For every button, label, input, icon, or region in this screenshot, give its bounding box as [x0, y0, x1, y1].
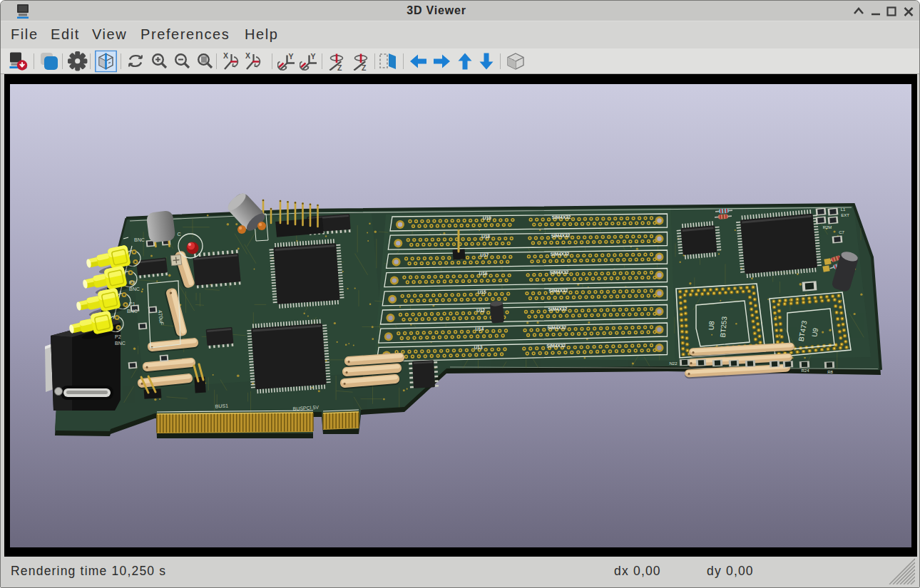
svg-text:BNC: BNC	[127, 309, 138, 314]
svg-text:SIM4X32: SIM4X32	[551, 232, 570, 238]
svg-text:U15: U15	[478, 289, 486, 294]
svg-text:SIM4X32: SIM4X32	[548, 288, 568, 294]
svg-text:P2: P2	[115, 334, 121, 339]
svg-text:SIM4X32: SIM4X32	[548, 306, 567, 312]
svg-text:R2M: R2M	[823, 225, 832, 229]
svg-text:BNC: BNC	[115, 341, 126, 346]
svg-text:U13: U13	[474, 345, 482, 350]
svg-text:U8: U8	[707, 320, 715, 330]
svg-text:N22: N22	[669, 361, 678, 366]
svg-text:U18: U18	[481, 234, 490, 239]
svg-text:L1: L1	[841, 207, 846, 212]
svg-text:P3: P3	[129, 280, 136, 285]
svg-text:SIM4X32: SIM4X32	[552, 215, 571, 220]
svg-text:U12: U12	[476, 308, 485, 313]
svg-text:SIM4X32: SIM4X32	[549, 269, 568, 275]
svg-text:SIM4X32: SIM4X32	[550, 251, 569, 257]
svg-text:SIM4X32: SIM4X32	[547, 324, 566, 330]
svg-text:U19: U19	[483, 215, 491, 220]
svg-text:P1: P1	[129, 301, 136, 306]
svg-text:U17: U17	[480, 252, 489, 257]
svg-text:R8: R8	[827, 370, 833, 374]
svg-text:BNC: BNC	[129, 287, 140, 292]
svg-text:U9: U9	[810, 327, 819, 338]
svg-text:BNC: BNC	[134, 237, 145, 242]
svg-text:C7: C7	[839, 230, 844, 234]
svg-text:BUS1: BUS1	[215, 403, 228, 408]
svg-text:R24: R24	[801, 368, 809, 373]
svg-text:C: C	[177, 232, 180, 237]
svg-text:SIM4X32: SIM4X32	[546, 343, 566, 349]
svg-text:U14: U14	[475, 326, 484, 331]
svg-text:EXT: EXT	[841, 213, 849, 217]
svg-text:U16: U16	[479, 271, 488, 276]
